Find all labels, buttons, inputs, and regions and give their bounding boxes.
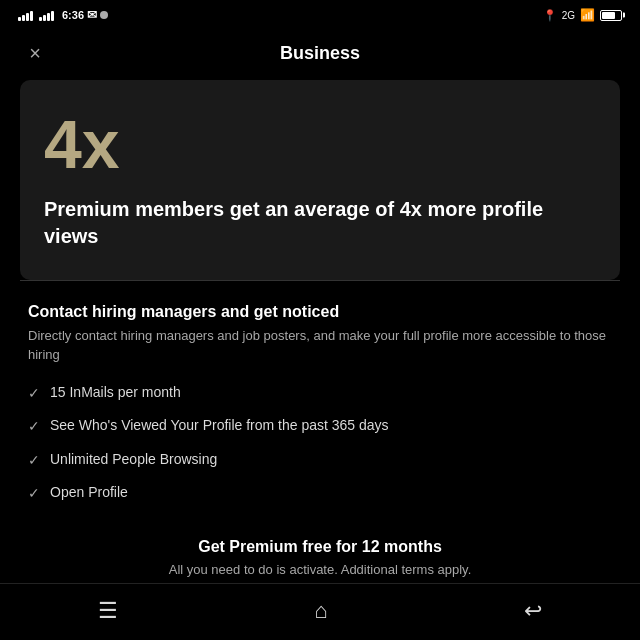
dot-icon xyxy=(100,11,108,19)
top-nav: × Business xyxy=(0,28,640,80)
status-right: 📍 2G 📶 xyxy=(543,8,622,22)
check-icon: ✓ xyxy=(28,484,40,504)
list-item: ✓ Unlimited People Browsing xyxy=(28,450,612,471)
cta-title: Get Premium free for 12 months xyxy=(28,538,612,556)
menu-icon[interactable]: ☰ xyxy=(98,598,118,624)
feature-item-label: Unlimited People Browsing xyxy=(50,450,217,470)
hero-headline: Premium members get an average of 4x mor… xyxy=(44,196,596,250)
feature-title: Contact hiring managers and get noticed xyxy=(28,303,612,321)
features-section: Contact hiring managers and get noticed … xyxy=(0,281,640,520)
location-icon: 📍 xyxy=(543,9,557,22)
feature-item-label: Open Profile xyxy=(50,483,128,503)
status-bar: 6:36 ✉ 📍 2G 📶 xyxy=(0,0,640,28)
data-icon: 2G xyxy=(562,10,575,21)
list-item: ✓ 15 InMails per month xyxy=(28,383,612,404)
hero-multiplier: 4x xyxy=(44,110,596,178)
close-button[interactable]: × xyxy=(20,38,50,68)
check-icon: ✓ xyxy=(28,451,40,471)
check-icon: ✓ xyxy=(28,417,40,437)
back-icon[interactable]: ↩ xyxy=(524,598,542,624)
feature-item-label: See Who's Viewed Your Profile from the p… xyxy=(50,416,389,436)
battery-icon xyxy=(600,10,622,21)
hero-section: 4x Premium members get an average of 4x … xyxy=(20,80,620,280)
feature-item-label: 15 InMails per month xyxy=(50,383,181,403)
page-title: Business xyxy=(280,43,360,64)
mail-icon: ✉ xyxy=(87,8,97,22)
home-icon[interactable]: ⌂ xyxy=(314,598,327,624)
time-label: 6:36 xyxy=(62,9,84,21)
bottom-nav: ☰ ⌂ ↩ xyxy=(0,583,640,640)
feature-description: Directly contact hiring managers and job… xyxy=(28,327,612,365)
status-left: 6:36 ✉ xyxy=(18,8,108,22)
list-item: ✓ See Who's Viewed Your Profile from the… xyxy=(28,416,612,437)
signal-icon xyxy=(18,10,33,21)
feature-list: ✓ 15 InMails per month ✓ See Who's Viewe… xyxy=(28,383,612,504)
check-icon: ✓ xyxy=(28,384,40,404)
list-item: ✓ Open Profile xyxy=(28,483,612,504)
cta-subtitle: All you need to do is activate. Addition… xyxy=(28,562,612,577)
wifi-icon: 📶 xyxy=(580,8,595,22)
signal-icon-2 xyxy=(39,10,54,21)
